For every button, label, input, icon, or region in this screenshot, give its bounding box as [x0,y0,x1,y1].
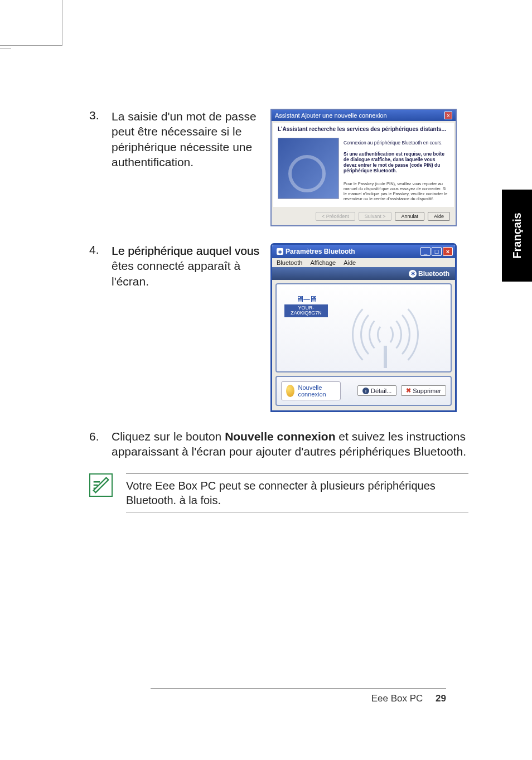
step-3-number: 3. [89,109,112,122]
detail-button[interactable]: i Détail... [357,385,396,396]
delete-button[interactable]: ✖ Supprimer [401,385,446,396]
bluetooth-icon: ∗ [277,248,283,255]
step-4: 4. Le périphérique auquel vous êtes conn… [89,243,468,412]
dialog-add-connection: Assistant Ajouter une nouvelle connexion… [270,109,457,226]
dialog2-title-text: Paramètres Bluetooth [286,248,355,255]
bluetooth-brand: Bluetooth [418,270,449,278]
device-icon: 🖥─🖥 [284,294,328,304]
language-tab: Français [502,190,532,282]
page-footer: Eee Box PC 29 [151,688,446,704]
step-6-text-bold: Nouvelle connexion [225,430,335,443]
paired-device[interactable]: 🖥─🖥 YOUR-ZA0KIQ5G7N [284,294,328,318]
step-3-text: La saisie d'un mot de passe peut être né… [112,109,270,170]
delete-label: Supprimer [413,388,441,394]
crop-mark-left [0,43,11,49]
dialog1-auth-note: Si une authentification est requise, une… [344,151,449,173]
new-connection-button[interactable]: Nouvelle connexion [281,381,341,400]
close-icon[interactable]: × [443,247,453,256]
footer-page-number: 29 [436,693,446,704]
step-3: 3. La saisie d'un mot de passe peut être… [89,109,468,226]
step-6-number: 6. [89,429,112,459]
dialog1-title-text: Assistant Ajouter une nouvelle connexion [275,112,387,119]
dialog2-toolbar: ∗ Bluetooth [272,267,455,280]
delete-icon: ✖ [406,387,411,394]
language-label: Français [511,212,524,258]
note-text: Votre Eee Box PC peut se connecter à plu… [126,473,468,512]
dialog2-titlebar: ∗ Paramètres Bluetooth _ □ × [272,245,455,258]
menu-affichage[interactable]: Affichage [310,259,336,266]
dialog1-titlebar: Assistant Ajouter une nouvelle connexion… [272,110,456,121]
close-icon[interactable]: × [444,112,452,119]
page-body: 3. La saisie d'un mot de passe peut être… [61,0,496,760]
step-6: 6. Cliquez sur le bouton Nouvelle connex… [89,429,468,459]
step-4-text: Le périphérique auquel vous êtes connect… [112,243,270,289]
dialog2-bottom-bar: Nouvelle connexion i Détail... ✖ Supprim… [275,376,452,406]
step-4-rest: êtes connecté apparaît à l'écran. [112,259,240,287]
step-4-number: 4. [89,243,112,256]
info-icon: i [362,388,369,394]
minimize-icon[interactable]: _ [420,247,431,256]
bluetooth-logo-icon: ∗ [409,270,417,278]
new-connection-label: Nouvelle connexion [298,384,335,398]
signal-icon [338,296,438,372]
dialog2-menubar: Bluetooth Affichage Aide [272,258,455,267]
dialog1-status: Connexion au périphérique Bluetooth en c… [344,140,449,146]
menu-aide[interactable]: Aide [344,259,356,266]
step-6-text-a: Cliquez sur le bouton [112,430,225,443]
step-6-text: Cliquez sur le bouton Nouvelle connexion… [112,429,468,459]
next-button: Suivant > [359,212,392,221]
detail-label: Détail... [371,388,391,394]
note-icon [89,473,113,497]
prev-button: < Précédent [316,212,355,221]
menu-bluetooth[interactable]: Bluetooth [277,259,302,266]
dialog-bluetooth-settings: ∗ Paramètres Bluetooth _ □ × Bluetooth A… [270,243,457,412]
crop-mark-top [0,0,62,46]
device-name-label: YOUR-ZA0KIQ5G7N [284,304,328,318]
help-button[interactable]: Aide [428,212,450,221]
new-connection-icon [286,385,294,397]
dialog1-subtitle: L'Assistant recherche les services des p… [278,126,449,132]
dialog1-illustration [278,138,339,199]
dialog1-passkey-note: Pour le Passkey (code PIN), veuillez vou… [344,181,449,201]
maximize-icon[interactable]: □ [432,247,442,256]
note-block: Votre Eee Box PC peut se connecter à plu… [89,473,468,512]
cancel-button[interactable]: Annulat [395,212,424,221]
device-list-area: 🖥─🖥 YOUR-ZA0KIQ5G7N [275,283,452,372]
footer-product: Eee Box PC [371,693,423,704]
step-4-lead: Le périphérique auquel vous [112,244,259,257]
